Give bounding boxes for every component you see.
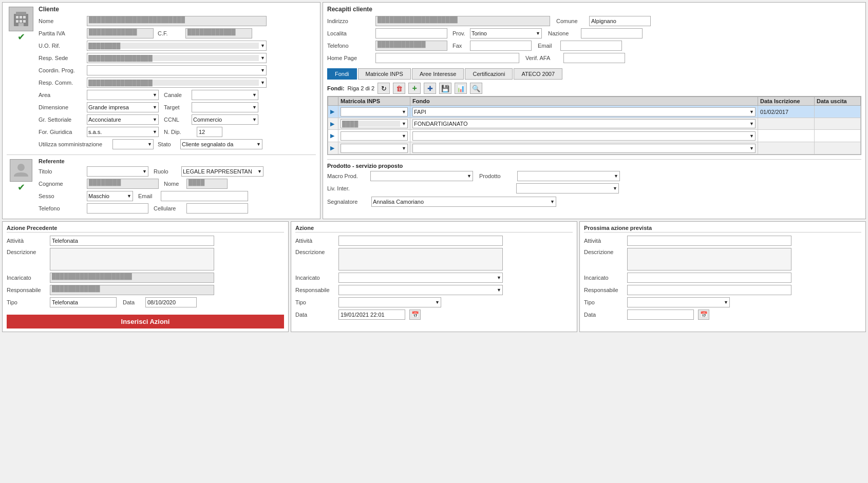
row2-matricola-select[interactable]: ████ ▼ (341, 119, 408, 128)
tel-input[interactable]: ████████████ (375, 41, 447, 51)
add-btn[interactable]: + (408, 83, 421, 94)
for-select[interactable]: s.a.s. ▼ (87, 127, 159, 137)
delete-btn[interactable]: 🗑 (393, 83, 405, 94)
verif-input[interactable] (563, 53, 625, 63)
pa-tipo-select[interactable]: ▼ (627, 297, 730, 307)
row4-fondo-select[interactable]: ▼ (412, 144, 756, 153)
row4-fondo[interactable]: ▼ (410, 142, 758, 154)
area-select[interactable]: ▼ (87, 90, 159, 100)
row4-matricola[interactable]: ▼ (338, 142, 410, 154)
comune-input[interactable] (589, 16, 651, 26)
localita-input[interactable] (375, 28, 447, 38)
pa-data-input[interactable] (627, 310, 694, 320)
excel-btn[interactable]: 📊 (455, 83, 467, 94)
row2-data-isc[interactable] (758, 118, 815, 130)
tab-fondi[interactable]: Fondi (327, 68, 357, 80)
row3-matricola-select[interactable]: ▼ (341, 131, 408, 141)
ccnl-select[interactable]: Commercio ▼ (192, 114, 258, 125)
a-desc-textarea[interactable] (338, 248, 503, 271)
gr-select[interactable]: Acconciature ▼ (87, 114, 159, 125)
piva-input[interactable]: ████████████ (87, 28, 154, 38)
tab-matricole[interactable]: Matricole INPS (358, 68, 411, 80)
tab-ateco[interactable]: ATECO 2007 (514, 68, 562, 80)
nome-input[interactable]: ████████████████████████ (87, 16, 267, 26)
tab-cert[interactable]: Certificazioni (465, 68, 513, 80)
table-row[interactable]: ▶ ████ ▼ FONDARTIGIANATO ▼ (328, 118, 861, 130)
coordin-select[interactable]: ▼ (87, 65, 267, 75)
row4-data-isc[interactable] (758, 142, 815, 154)
ndip-input[interactable] (197, 127, 222, 137)
row2-fondo[interactable]: FONDARTIGIANATO ▼ (410, 118, 758, 130)
pa-resp-input[interactable] (627, 285, 791, 295)
uo-select[interactable]: ████████ ▼ (87, 41, 267, 51)
canale-select[interactable]: ▼ (192, 90, 258, 100)
table-row[interactable]: ▶ ▼ ▼ (328, 142, 861, 154)
row1-matricola[interactable]: ▼ (338, 106, 410, 118)
a-tipo-select[interactable]: ▼ (338, 297, 441, 307)
email-ref-input[interactable] (161, 191, 248, 201)
table-row[interactable]: ▶ ▼ ▼ (328, 130, 861, 142)
tel-ref-input[interactable] (87, 203, 148, 214)
ap-tipo-input[interactable] (50, 297, 117, 307)
macro-prod-select[interactable]: ▼ (370, 171, 473, 181)
cf-input[interactable]: ████████████ (185, 28, 252, 38)
row3-fondo[interactable]: ▼ (410, 130, 758, 142)
save-btn[interactable]: 💾 (439, 83, 451, 94)
row4-data-usc[interactable] (815, 142, 861, 154)
a-incaricato-select[interactable]: ▼ (338, 273, 503, 283)
row2-data-usc[interactable] (815, 118, 861, 130)
pa-data-calendar-btn[interactable]: 📅 (698, 310, 709, 320)
nazione-input[interactable] (581, 28, 643, 38)
row4-matricola-select[interactable]: ▼ (341, 144, 408, 153)
ruolo-select[interactable]: LEGALE RAPPRESENTAN ▼ (181, 166, 263, 177)
a-data-input[interactable] (338, 310, 405, 320)
pa-incaricato-input[interactable] (627, 273, 791, 283)
ap-data-input[interactable] (145, 297, 197, 307)
refresh-btn[interactable]: ↻ (378, 83, 390, 94)
target-select[interactable]: ▼ (192, 102, 258, 112)
a-resp-select[interactable]: ▼ (338, 285, 503, 295)
segnalatore-select[interactable]: Annalisa Camoriano ▼ (371, 197, 556, 207)
tab-aree[interactable]: Aree Interesse (412, 68, 464, 80)
utilizza-select[interactable]: ▼ (112, 139, 154, 149)
ref-nome-input[interactable]: ████ (186, 179, 228, 189)
cognome-input[interactable]: ████████ (87, 179, 159, 189)
ap-attivita-input[interactable] (50, 236, 214, 246)
homepage-input[interactable] (375, 53, 519, 63)
a-data-calendar-btn[interactable]: 📅 (409, 310, 421, 320)
stato-select[interactable]: Cliente segnalato da ▼ (180, 139, 262, 149)
ap-incaricato-input[interactable]: ████████████████████ (50, 273, 214, 283)
dim-select[interactable]: Grande impresa ▼ (87, 102, 159, 112)
email-input[interactable] (560, 41, 622, 51)
inserisci-azioni-btn[interactable]: Inserisci Azioni (7, 315, 284, 329)
row3-fondo-select[interactable]: ▼ (412, 131, 756, 141)
table-row[interactable]: ▶ ▼ FAPI ▼ (328, 106, 861, 118)
pa-attivita-input[interactable] (627, 236, 791, 246)
filter-btn[interactable]: 🔍 (470, 83, 482, 94)
row1-data-usc[interactable] (815, 106, 861, 118)
titolo-select[interactable]: ▼ (87, 166, 148, 177)
row1-fondo-select[interactable]: FAPI ▼ (412, 107, 756, 117)
sesso-select[interactable]: Maschio ▼ (87, 191, 133, 201)
pa-desc-textarea[interactable] (627, 248, 791, 271)
row3-matricola[interactable]: ▼ (338, 130, 410, 142)
row1-matricola-select[interactable]: ▼ (341, 107, 408, 117)
row3-data-isc[interactable] (758, 130, 815, 142)
resp-comm-select[interactable]: ████████████████ ▼ (87, 78, 267, 88)
row3-data-usc[interactable] (815, 130, 861, 142)
liv-inter-select[interactable]: ▼ (516, 183, 619, 194)
ap-resp-input[interactable]: ████████████ (50, 285, 214, 295)
row1-data-isc[interactable]: 01/02/2017 (758, 106, 815, 118)
prodotto-select[interactable]: ▼ (517, 171, 620, 181)
fax-input[interactable] (470, 41, 532, 51)
cell-input[interactable] (186, 203, 248, 214)
ap-desc-textarea[interactable] (50, 248, 214, 271)
add-special-btn[interactable]: ✚ (424, 83, 436, 94)
row2-fondo-select[interactable]: FONDARTIGIANATO ▼ (412, 119, 756, 128)
row1-fondo[interactable]: FAPI ▼ (410, 106, 758, 118)
indirizzo-input[interactable]: ████████████████████ (375, 16, 550, 26)
resp-sede-select[interactable]: ████████████████ ▼ (87, 53, 267, 63)
row2-matricola[interactable]: ████ ▼ (338, 118, 410, 130)
prov-select[interactable]: Torino ▼ (470, 28, 542, 38)
a-attivita-input[interactable] (338, 236, 503, 246)
